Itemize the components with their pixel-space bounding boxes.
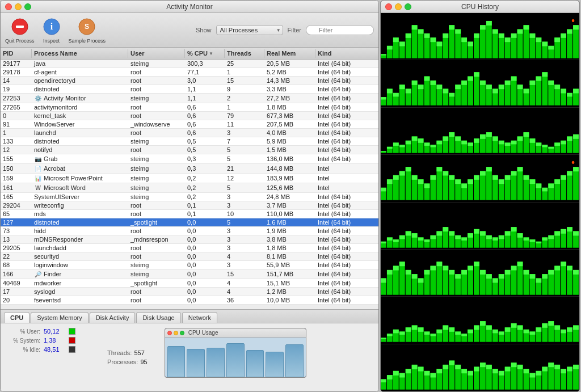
history-graph-row	[381, 297, 579, 344]
process-filter-select[interactable]: All Processes My Processes System Proces…	[216, 25, 283, 35]
tab-systemMemory[interactable]: System Memory	[31, 312, 88, 323]
mini-max[interactable]	[180, 331, 184, 335]
tab-network[interactable]: Network	[182, 312, 217, 323]
main-window: Activity Monitor Quit Process i Inspect	[0, 0, 379, 392]
cell-cpu: 77,1	[185, 68, 225, 76]
table-row[interactable]: 0kernel_taskroot0,679677,3 MBIntel (64 b…	[1, 112, 378, 120]
th-mem[interactable]: Real Mem	[264, 49, 315, 58]
svg-rect-375	[505, 270, 511, 275]
svg-rect-410	[412, 326, 418, 330]
cell-kind: Intel (64 bit)	[315, 94, 378, 103]
close-button[interactable]	[5, 3, 12, 10]
processes-value: 95	[140, 359, 147, 365]
table-row[interactable]: 40469mdworker_spotlight0,0415,1 MBIntel …	[1, 279, 378, 288]
table-row[interactable]: 161WMicrosoft Wordsteimg0,25125,6 MBInte…	[1, 183, 378, 193]
minimize-button[interactable]	[15, 3, 22, 10]
svg-rect-50	[511, 33, 517, 38]
threads-value: 557	[134, 349, 144, 356]
cell-user: root	[128, 227, 185, 235]
process-filter-wrapper[interactable]: All Processes My Processes System Proces…	[216, 25, 283, 35]
idle-color-box	[69, 346, 75, 353]
table-row[interactable]: 1launchdroot0,634,0 MBIntel (64 bit)	[1, 129, 378, 137]
cell-name: 📷Grab	[32, 154, 128, 163]
cell-cpu: 0,0	[185, 252, 225, 260]
mini-close[interactable]	[167, 331, 172, 335]
tab-diskActivity[interactable]: Disk Activity	[90, 312, 136, 323]
history-minimize-button[interactable]	[395, 3, 402, 10]
table-row[interactable]: 29204writeconfigroot0,133,7 MBIntel (64 …	[1, 201, 378, 210]
cell-threads: 1	[225, 68, 264, 76]
process-table: 29177javasteimg300,32520,5 MBIntel (64 b…	[1, 60, 378, 309]
table-row[interactable]: 20fseventsdroot0,03610,0 MBIntel (64 bit…	[1, 296, 378, 305]
maximize-button[interactable]	[24, 3, 31, 10]
filter-input[interactable]	[306, 25, 374, 35]
table-row[interactable]: 19distnotedroot1,193,3 MBIntel (64 bit)	[1, 85, 378, 94]
cell-kind: Intel (64 bit)	[315, 129, 378, 137]
table-row[interactable]: 165SystemUIServersteimg0,2324,8 MBIntel …	[1, 193, 378, 201]
inspect-button[interactable]: i Inspect	[41, 16, 62, 44]
svg-rect-509	[517, 364, 523, 369]
table-row[interactable]: 155📷Grabsteimg0,35136,0 MBIntel (64 bit)	[1, 154, 378, 164]
th-cpu[interactable]: % CPU ▼	[185, 49, 225, 58]
table-row[interactable]: 29205launchdaddroot0,031,8 MBIntel (64 b…	[1, 244, 378, 252]
table-row[interactable]: 27253⚙️Activity Monitorsteimg1,1227,2 MB…	[1, 94, 378, 103]
cell-pid: 27253	[1, 94, 32, 103]
cell-threads: 36	[225, 296, 264, 304]
table-row[interactable]: 91WindowServer_windowserve0,611207,5 MBI…	[1, 120, 378, 129]
toolbar: Quit Process i Inspect S Sample Process …	[1, 13, 378, 48]
svg-rect-487	[449, 360, 454, 365]
th-process[interactable]: Process Name	[32, 49, 128, 58]
table-row[interactable]: 29177javasteimg300,32520,5 MBIntel (64 b…	[1, 60, 378, 68]
table-row[interactable]: 150📄Acrobatsteimg0,321144,8 MBIntel	[1, 164, 378, 174]
history-maximize-button[interactable]	[405, 3, 411, 10]
table-row[interactable]: 73hiddroot0,031,9 MBIntel (64 bit)	[1, 227, 378, 235]
table-row[interactable]: 68loginwindowsteimg0,0355,9 MBIntel (64 …	[1, 261, 378, 269]
tab-cpu[interactable]: CPU	[4, 312, 30, 323]
th-pid[interactable]: PID	[1, 49, 32, 58]
svg-rect-519	[548, 363, 554, 367]
cell-kind: Intel (64 bit)	[315, 103, 378, 111]
svg-rect-130	[554, 85, 560, 90]
th-kind[interactable]: Kind	[315, 49, 378, 58]
table-row[interactable]: 29178cf-agentroot77,115,2 MBIntel (64 bi…	[1, 68, 378, 77]
sample-process-button[interactable]: S Sample Process	[69, 16, 106, 44]
svg-rect-288	[436, 231, 442, 235]
table-row[interactable]: 12notifydroot0,551,5 MBIntel (64 bit)	[1, 146, 378, 154]
table-row[interactable]: 133distnotedsteimg0,575,9 MBIntel (64 bi…	[1, 137, 378, 146]
table-row[interactable]: 127distnoted_spotlight0,051,6 MBIntel (6…	[1, 218, 378, 227]
tab-diskUsage[interactable]: Disk Usage	[136, 312, 180, 323]
table-row[interactable]: 65mdsroot0,110110,0 MBIntel (64 bit)	[1, 210, 378, 218]
cell-pid: 166	[1, 269, 32, 279]
threads-procs-stats: Threads: 557 Processes: 95	[107, 328, 148, 387]
cell-pid: 29205	[1, 244, 32, 252]
th-user[interactable]: User	[128, 49, 185, 58]
quit-process-button[interactable]: Quit Process	[5, 16, 35, 44]
svg-rect-266	[573, 167, 579, 171]
cell-cpu: 0,6	[185, 103, 225, 111]
table-row[interactable]: 27265activitymonitordroot0,611,8 MBIntel…	[1, 103, 378, 112]
process-icon: 📄	[34, 165, 42, 172]
table-row[interactable]: 14opendirectorydroot3,01514,3 MBIntel (6…	[1, 77, 378, 85]
show-label: Show	[196, 27, 212, 33]
cell-kind: Intel (64 bit)	[315, 235, 378, 243]
svg-rect-328	[561, 229, 566, 233]
svg-rect-446	[524, 330, 529, 334]
history-close-button[interactable]	[385, 3, 392, 10]
cell-name: launchd	[32, 129, 128, 137]
cell-cpu: 0,0	[185, 244, 225, 252]
table-row[interactable]: 17syslogdroot0,041,2 MBIntel (64 bit)	[1, 288, 378, 296]
cell-user: root	[128, 146, 185, 154]
cell-user: root	[128, 112, 185, 120]
svg-rect-434	[486, 326, 492, 330]
table-row[interactable]: 166🔎Findersteimg0,015151,7 MBIntel (64 b…	[1, 269, 378, 279]
svg-rect-495	[474, 366, 479, 371]
table-row[interactable]: 22securitydroot0,048,1 MBIntel (64 bit)	[1, 252, 378, 261]
mini-min[interactable]	[174, 331, 178, 335]
table-row[interactable]: 13mDNSResponder_mdnsrespon0,033,8 MBInte…	[1, 235, 378, 244]
svg-rect-377	[511, 265, 517, 270]
filter-input-wrapper: 🔍	[306, 25, 374, 35]
table-row[interactable]: 159📊Microsoft PowerPointsteimg0,212183,9…	[1, 174, 378, 183]
cell-mem: 20,5 MB	[264, 60, 315, 68]
th-threads[interactable]: Threads	[225, 49, 264, 58]
cpu-stats: % User: 50,12 % System: 1,38 % Idle: 48,…	[5, 328, 96, 387]
